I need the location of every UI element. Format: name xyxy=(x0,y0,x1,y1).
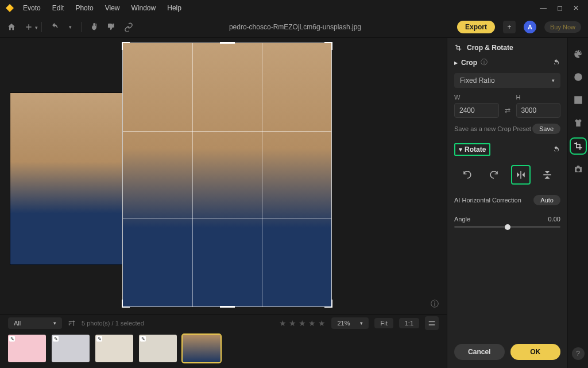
thumbnail[interactable]: ✎ xyxy=(8,335,46,362)
menu-photo[interactable]: Photo xyxy=(71,2,98,14)
panel-title-label: Crop & Rotate xyxy=(467,44,513,52)
thumbs-down-icon[interactable] xyxy=(107,22,116,32)
caret-right-icon: ▸ xyxy=(454,59,458,67)
caret-down-icon: ▾ xyxy=(459,145,462,154)
ratio-button[interactable]: 1:1 xyxy=(399,318,419,328)
angle-slider[interactable] xyxy=(454,226,560,228)
height-input[interactable] xyxy=(516,103,561,118)
rail-background-icon[interactable] xyxy=(572,94,584,106)
app-logo xyxy=(6,4,14,12)
angle-slider-knob[interactable] xyxy=(505,224,510,230)
rating-stars[interactable]: ★ ★ ★ ★ ★ xyxy=(279,319,326,328)
rotate-ccw-icon[interactable] xyxy=(458,165,477,185)
menu-view[interactable]: View xyxy=(100,2,125,14)
filter-select[interactable]: All ▾ xyxy=(8,317,62,329)
window-minimize-icon[interactable]: — xyxy=(540,4,547,12)
svg-point-0 xyxy=(574,73,582,81)
save-preset-button[interactable]: Save xyxy=(532,124,560,134)
auto-button[interactable]: Auto xyxy=(533,195,560,205)
add-icon[interactable]: ▾ xyxy=(24,22,33,32)
photo-preview-original xyxy=(10,93,138,265)
edit-mark-icon: ✎ xyxy=(140,336,146,342)
flip-horizontal-icon[interactable] xyxy=(511,165,531,185)
rotate-cw-icon[interactable] xyxy=(484,165,504,185)
rail-crop-icon[interactable] xyxy=(572,140,584,152)
thumbnail[interactable]: ✎ xyxy=(139,335,177,362)
filmstrip: ✎ ✎ ✎ ✎ xyxy=(0,331,447,368)
buy-button[interactable]: Buy Now xyxy=(544,21,581,33)
thumbnail[interactable]: ✎ xyxy=(52,335,90,362)
menu-help[interactable]: Help xyxy=(163,2,186,14)
toggle-filmstrip-icon[interactable] xyxy=(425,316,439,330)
rail-camera-icon[interactable] xyxy=(572,163,584,175)
undo-icon[interactable] xyxy=(50,22,59,32)
ratio-select[interactable]: Fixed Ratio ▾ xyxy=(454,73,560,88)
rotate-reset-icon[interactable] xyxy=(552,145,560,154)
filter-label: All xyxy=(14,320,21,327)
photo-preview-cropped[interactable] xyxy=(122,43,332,307)
zoom-select[interactable]: 21% ▾ xyxy=(331,317,369,329)
export-button[interactable]: Export xyxy=(457,21,495,33)
rail-clothes-icon[interactable] xyxy=(572,117,584,129)
thumbnail[interactable]: ✎ xyxy=(95,335,133,362)
menu-window[interactable]: Window xyxy=(127,2,161,14)
info-icon[interactable]: ⓘ xyxy=(481,57,488,67)
help-icon[interactable]: ? xyxy=(572,347,585,360)
panel-title: Crop & Rotate xyxy=(454,44,560,52)
flip-vertical-icon[interactable] xyxy=(537,165,557,185)
ratio-select-label: Fixed Ratio xyxy=(460,76,495,85)
edit-mark-icon: ✎ xyxy=(96,336,102,342)
rotate-section-header[interactable]: ▾ Rotate xyxy=(454,143,490,156)
save-preset-label: Save as a new Crop Preset xyxy=(454,125,531,132)
width-input[interactable] xyxy=(454,103,499,118)
file-title: pedro-chosco-RmEZOjLcm6g-unsplash.jpg xyxy=(141,23,449,31)
thumbnail-selected[interactable] xyxy=(183,335,220,362)
canvas[interactable]: ⓘ xyxy=(0,38,447,314)
star-icon[interactable]: ★ xyxy=(279,319,287,328)
zoom-label: 21% xyxy=(337,320,350,327)
swap-wh-icon[interactable]: ⇄ xyxy=(505,97,510,114)
home-icon[interactable] xyxy=(7,22,16,32)
star-icon[interactable]: ★ xyxy=(289,319,296,328)
avatar[interactable]: A xyxy=(524,21,536,33)
star-icon[interactable]: ★ xyxy=(318,319,326,328)
crop-section-header[interactable]: ▸ Crop ⓘ xyxy=(454,57,560,67)
toolbar-divider xyxy=(81,22,82,32)
crop-reset-icon[interactable] xyxy=(552,59,560,67)
fit-button[interactable]: Fit xyxy=(374,318,393,328)
hand-tool-icon[interactable] xyxy=(90,22,99,32)
edit-mark-icon: ✎ xyxy=(9,336,15,342)
cancel-button[interactable]: Cancel xyxy=(454,344,505,360)
toolbar-divider xyxy=(41,22,42,32)
menu-app[interactable]: Evoto xyxy=(18,2,45,14)
star-icon[interactable]: ★ xyxy=(299,319,306,328)
star-icon[interactable]: ★ xyxy=(308,319,316,328)
chevron-down-icon: ▾ xyxy=(360,320,363,326)
add-workspace-icon[interactable]: + xyxy=(503,21,516,33)
height-label: H xyxy=(516,94,561,101)
link-icon[interactable] xyxy=(124,22,133,32)
menu-edit[interactable]: Edit xyxy=(48,2,69,14)
sort-icon[interactable] xyxy=(68,319,76,327)
photo-count-label: 5 photo(s) / 1 selected xyxy=(82,320,144,327)
undo-dropdown-icon[interactable]: ▾ xyxy=(67,22,73,32)
rail-face-icon[interactable] xyxy=(572,71,584,83)
width-label: W xyxy=(454,94,499,101)
rotate-label: Rotate xyxy=(465,145,486,154)
window-maximize-icon[interactable]: ◻ xyxy=(557,4,563,12)
ai-correction-label: AI Horizontal Correction xyxy=(454,197,521,204)
window-close-icon[interactable]: ✕ xyxy=(573,4,579,12)
crop-label: Crop xyxy=(461,59,477,67)
info-icon[interactable]: ⓘ xyxy=(431,299,439,309)
chevron-down-icon: ▾ xyxy=(53,320,56,326)
angle-label: Angle xyxy=(454,216,470,223)
rail-palette-icon[interactable] xyxy=(572,48,584,60)
angle-value: 0.00 xyxy=(548,216,560,223)
chevron-down-icon: ▾ xyxy=(552,78,555,83)
ok-button[interactable]: OK xyxy=(510,344,561,360)
edit-mark-icon: ✎ xyxy=(53,336,59,342)
